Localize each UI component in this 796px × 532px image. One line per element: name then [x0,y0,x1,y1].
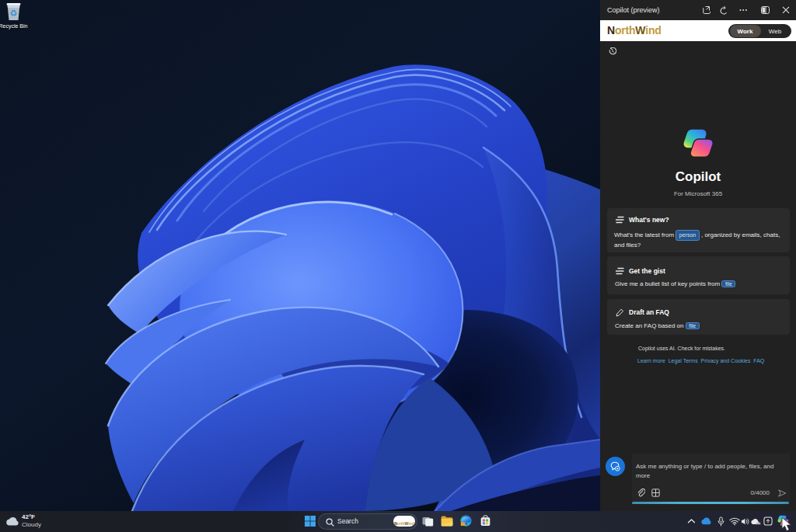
svg-text:♻: ♻ [9,9,17,18]
